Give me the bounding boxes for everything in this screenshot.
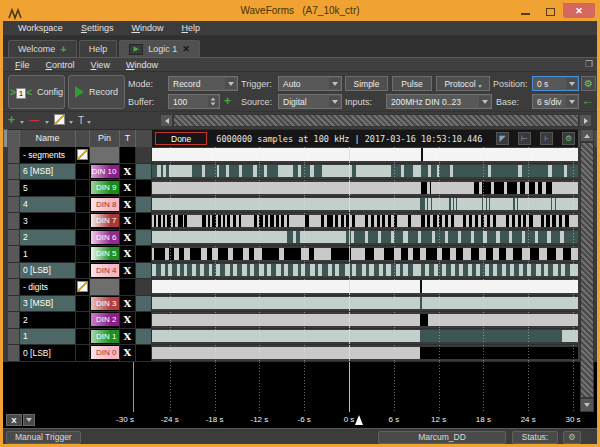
record-button[interactable]: Record	[68, 75, 125, 109]
edit-pencil-icon[interactable]	[77, 149, 88, 160]
waveform[interactable]	[152, 147, 578, 164]
waveform[interactable]	[152, 197, 578, 214]
pin-badge[interactable]: DIN 5	[91, 247, 119, 260]
instrument-menu-item-file[interactable]: File	[8, 60, 37, 70]
position-input[interactable]: 0 s	[532, 76, 579, 91]
channel-name[interactable]: 6 [MSB]	[20, 164, 76, 181]
row-handle[interactable]	[8, 312, 20, 329]
titlebar[interactable]: WaveForms (A7_10k_ctr) ✕	[3, 3, 597, 21]
row-handle[interactable]	[8, 147, 20, 164]
trigger-column-header[interactable]: T	[120, 130, 136, 148]
row-handle[interactable]	[8, 263, 20, 280]
trigger-cell[interactable]: X	[120, 197, 136, 214]
maximize-icon[interactable]	[538, 3, 563, 18]
pin-badge[interactable]: DIN 6	[91, 231, 119, 244]
pin-badge[interactable]: DIN 3	[91, 297, 119, 310]
add-buffer-icon[interactable]: +	[224, 94, 231, 108]
hscroll-right-icon[interactable]	[579, 114, 592, 127]
pin-column-header[interactable]: Pin	[90, 130, 120, 148]
pin-badge[interactable]: DIN 2	[91, 313, 119, 326]
row-handle[interactable]	[8, 345, 20, 362]
buffer-stepper[interactable]: 100	[168, 94, 220, 109]
config-button[interactable]: >1< Config	[8, 75, 65, 109]
zoom-fit-icon[interactable]: ◤	[496, 132, 509, 145]
trigger-cell[interactable]: X	[120, 164, 136, 181]
waveform[interactable]	[152, 230, 578, 247]
channel-name[interactable]: 5	[20, 180, 76, 197]
fit-width-icon[interactable]: ⊦	[540, 132, 553, 145]
pin-badge[interactable]: DIN 0	[91, 346, 119, 359]
row-handle[interactable]	[8, 213, 20, 230]
remove-channel-icon[interactable]: —	[29, 114, 39, 127]
trigger-select[interactable]: Auto	[278, 76, 342, 91]
fit-height-icon[interactable]: ⊢	[518, 132, 531, 145]
stepper-arrows-icon[interactable]	[208, 96, 218, 107]
pin-badge[interactable]: DIN 10	[91, 165, 119, 178]
protocol-button[interactable]: Protocol	[436, 76, 490, 91]
channel-name[interactable]: 3	[20, 213, 76, 230]
chevron-down-icon[interactable]	[87, 121, 91, 124]
tab-help[interactable]: Help	[79, 40, 118, 57]
add-channel-icon[interactable]: +	[8, 114, 15, 127]
instrument-menu-item-view[interactable]: View	[84, 60, 117, 70]
row-handle[interactable]	[8, 296, 20, 313]
waveform[interactable]	[152, 329, 578, 346]
row-handle[interactable]	[8, 197, 20, 214]
vscroll-up-icon[interactable]	[580, 129, 594, 142]
close-icon[interactable]: ✕	[563, 3, 595, 18]
instrument-menu-item-window[interactable]: Window	[119, 60, 165, 70]
channel-name[interactable]: 1	[20, 329, 76, 346]
undo-arrow-icon[interactable]: ←	[581, 93, 594, 108]
axis-x-button[interactable]: X	[6, 414, 22, 426]
waveform[interactable]	[152, 213, 578, 230]
row-handle[interactable]	[8, 180, 20, 197]
close-tab-icon[interactable]: ✕	[182, 44, 190, 54]
waveform[interactable]	[152, 246, 578, 263]
menubar-item-settings[interactable]: Settings	[74, 23, 121, 33]
icon-cell[interactable]	[76, 279, 90, 296]
vscroll-down-icon[interactable]	[580, 398, 594, 412]
pulse-button[interactable]: Pulse	[392, 76, 432, 91]
channel-name[interactable]: 2	[20, 312, 76, 329]
horizontal-scrollbar[interactable]	[173, 114, 579, 127]
source-select[interactable]: Digital	[278, 94, 342, 109]
channel-name[interactable]: 2	[20, 230, 76, 247]
name-column-header[interactable]: Name	[20, 130, 76, 148]
text-tool-icon[interactable]: T	[78, 114, 84, 127]
inputs-select[interactable]: 200MHz DIN 0..23	[386, 94, 492, 109]
float-window-icon[interactable]: ❐	[585, 60, 593, 69]
tab-welcome[interactable]: Welcome+	[8, 40, 77, 57]
channel-name[interactable]: - digits	[20, 279, 76, 296]
chevron-down-icon[interactable]	[20, 121, 24, 124]
menubar-item-workspace[interactable]: Workspace	[11, 23, 70, 33]
waveform[interactable]	[152, 164, 578, 181]
waveform[interactable]	[152, 279, 578, 296]
trigger-cell[interactable]: X	[120, 296, 136, 313]
mode-select[interactable]: Record	[168, 76, 238, 91]
waveform[interactable]	[152, 345, 578, 362]
channel-name[interactable]: 1	[20, 246, 76, 263]
trigger-cell[interactable]: X	[120, 230, 136, 247]
waveform[interactable]	[152, 312, 578, 329]
pin-badge[interactable]: DIN 8	[91, 198, 119, 211]
waveform[interactable]	[152, 263, 578, 280]
trigger-cell[interactable]: X	[120, 263, 136, 280]
settings-gear-icon[interactable]: ⚙	[563, 431, 581, 444]
minimize-icon[interactable]	[513, 3, 538, 18]
edit-pencil-icon[interactable]	[77, 281, 88, 292]
plot-settings-gear-icon[interactable]: ⚙	[562, 132, 575, 145]
trigger-cell[interactable]: X	[120, 246, 136, 263]
waveform[interactable]	[152, 296, 578, 313]
pin-badge[interactable]: DIN 9	[91, 181, 119, 194]
row-handle[interactable]	[8, 329, 20, 346]
position-options-gear-icon[interactable]: ⚙	[581, 76, 596, 91]
trigger-cell[interactable]: X	[120, 180, 136, 197]
channel-name[interactable]: - segments	[20, 147, 76, 164]
vertical-scrollbar[interactable]	[580, 129, 594, 412]
base-select[interactable]: 6 s/div	[532, 94, 579, 109]
menubar-item-window[interactable]: Window	[124, 23, 170, 33]
pin-badge[interactable]: DIN 1	[91, 330, 119, 343]
row-handle[interactable]	[8, 230, 20, 247]
axis-options-icon[interactable]	[23, 414, 35, 426]
status-ok-button[interactable]: Status: OK	[512, 431, 558, 444]
